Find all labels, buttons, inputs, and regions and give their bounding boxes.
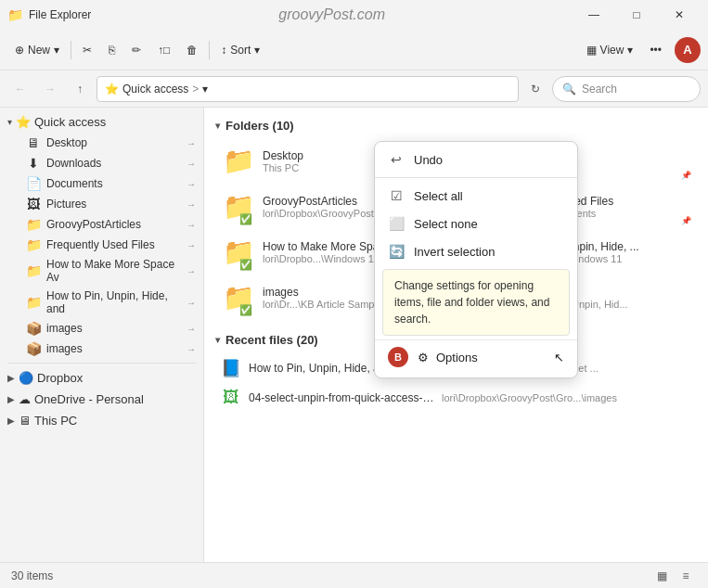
freq-pin: →	[187, 240, 196, 250]
folder-freq-pin: 📌	[681, 216, 691, 225]
sort-button[interactable]: ↕ Sort ▾	[213, 35, 267, 65]
downloads-label: Downloads	[46, 157, 181, 170]
sidebar-item-images1[interactable]: 📦 images →	[0, 318, 203, 339]
cut-button[interactable]: ✂	[75, 35, 99, 65]
new-chevron: ▾	[54, 44, 59, 57]
address-path[interactable]: ⭐ Quick access > ▾	[97, 76, 519, 102]
sidebar-item-space[interactable]: 📁 How to Make More Space Av →	[0, 255, 203, 287]
refresh-button[interactable]: ↻	[522, 76, 548, 102]
status-bar: 30 items ▦ ≡	[0, 562, 708, 588]
new-button[interactable]: ⊕ New ▾	[7, 35, 67, 65]
recent-item-1[interactable]: 🖼 04-select-unpin-from-quick-access-p...…	[215, 384, 697, 411]
desktop-icon: 🖥	[26, 135, 41, 150]
img1-pin: →	[187, 324, 196, 334]
watermark: groovyPost.com	[91, 6, 573, 23]
documents-label: Documents	[46, 177, 181, 190]
view-chevron: ▾	[627, 44, 633, 57]
desktop-pin: →	[187, 138, 196, 148]
menu-select-all[interactable]: ☑ Select all	[375, 182, 577, 210]
share-button[interactable]: ↑□	[150, 35, 177, 65]
view-toggles: ▦ ≡	[650, 566, 697, 586]
sidebar-item-dropbox[interactable]: ▶ 🔵 Dropbox	[0, 367, 203, 389]
groovy-label: GroovyPostArticles	[46, 218, 181, 231]
menu-select-none[interactable]: ⬜ Select none	[375, 210, 577, 237]
path-separator: >	[192, 83, 199, 96]
recent-icon-1: 🖼	[221, 388, 241, 407]
images1-check: ✅	[239, 304, 252, 316]
sidebar-item-onedrive[interactable]: ▶ ☁ OneDrive - Personal	[0, 389, 203, 410]
folder-desktop-path: This PC	[263, 162, 303, 173]
expand-arrow-thispc: ▶	[7, 415, 15, 426]
thispc-icon: 🖥	[19, 414, 31, 428]
path-segment: Quick access	[122, 83, 188, 96]
rename-button[interactable]: ✏	[124, 35, 148, 65]
sidebar-item-freq-used[interactable]: 📁 Frequently Used Files →	[0, 235, 203, 255]
expand-arrow-dropbox: ▶	[7, 373, 15, 383]
maximize-button[interactable]: □	[615, 0, 658, 30]
delete-button[interactable]: 🗑	[179, 35, 205, 65]
view-button[interactable]: ▦ View ▾	[579, 35, 641, 65]
onedrive-icon: ☁	[19, 392, 31, 406]
search-box[interactable]: 🔍 Search	[552, 76, 701, 102]
options-button[interactable]: B ⚙ Options ↖	[375, 339, 577, 374]
close-button[interactable]: ✕	[658, 0, 701, 30]
up-button[interactable]: ↑	[67, 76, 93, 102]
main-layout: ▾ ⭐ Quick access 🖥 Desktop → ⬇ Downloads…	[0, 108, 708, 562]
forward-button[interactable]: →	[37, 76, 63, 102]
copy-icon: ⎘	[109, 44, 115, 57]
sort-chevron: ▾	[254, 44, 260, 57]
path-dropdown-icon: ▾	[202, 83, 208, 96]
path-star-icon: ⭐	[105, 83, 119, 96]
search-icon: 🔍	[562, 83, 576, 96]
more-icon: •••	[650, 44, 662, 57]
thispc-label: This PC	[34, 414, 77, 428]
expand-arrow-onedrive: ▶	[7, 394, 15, 404]
menu-sep1	[375, 177, 577, 178]
quick-access-header[interactable]: ▾ ⭐ Quick access	[0, 111, 203, 133]
badge-a: A	[675, 37, 701, 63]
recent-icon-0: 📘	[221, 358, 241, 378]
sidebar-item-pictures[interactable]: 🖼 Pictures →	[0, 194, 203, 214]
quick-access-label: Quick access	[34, 115, 106, 129]
rename-icon: ✏	[132, 44, 141, 57]
grid-view-button[interactable]: ▦	[650, 566, 673, 586]
sidebar-item-thispc[interactable]: ▶ 🖥 This PC	[0, 410, 203, 431]
sidebar-item-images2[interactable]: 📦 images →	[0, 339, 203, 359]
back-button[interactable]: ←	[7, 76, 33, 102]
sidebar-item-desktop[interactable]: 🖥 Desktop →	[0, 133, 203, 153]
options-label: Options	[436, 351, 478, 364]
img2-label: images	[46, 342, 181, 355]
recent-path-1: lori\Dropbox\GroovyPost\Gro...\images	[442, 392, 617, 403]
downloads-icon: ⬇	[26, 156, 41, 171]
sidebar: ▾ ⭐ Quick access 🖥 Desktop → ⬇ Downloads…	[0, 108, 204, 562]
folders-header: ▾ Folders (10)	[215, 119, 697, 133]
sidebar-item-pin-unpin[interactable]: 📁 How to Pin, Unpin, Hide, and →	[0, 287, 203, 318]
app-icon: 📁	[7, 7, 23, 22]
select-none-label: Select none	[414, 217, 478, 231]
sidebar-item-groovypost[interactable]: 📁 GroovyPostArticles →	[0, 214, 203, 235]
address-bar: ← → ↑ ⭐ Quick access > ▾ ↻ 🔍 Search	[0, 70, 708, 108]
sidebar-item-downloads[interactable]: ⬇ Downloads →	[0, 153, 203, 173]
delete-icon: 🗑	[187, 44, 198, 57]
dropdown-menu[interactable]: ↩ Undo ☑ Select all ⬜ Select none 🔄 Inve…	[374, 141, 578, 378]
recent-title: Recent files (20)	[225, 333, 318, 347]
folder-desktop-info: Desktop This PC 📌	[263, 149, 303, 173]
copy-button[interactable]: ⎘	[101, 35, 122, 65]
search-placeholder: Search	[582, 83, 617, 96]
pictures-icon: 🖼	[26, 197, 41, 211]
more-button[interactable]: •••	[642, 35, 669, 65]
groovy-pin: →	[187, 220, 196, 230]
sidebar-item-documents[interactable]: 📄 Documents →	[0, 173, 203, 194]
menu-invert[interactable]: 🔄 Invert selection	[375, 237, 577, 265]
folder-groovy-path: lori\Dropbox\GroovyPost	[263, 208, 374, 219]
quick-access-star: ⭐	[16, 115, 31, 129]
undo-label: Undo	[414, 153, 443, 167]
item-count: 30 items	[11, 569, 53, 582]
groovy-check: ✅	[239, 213, 252, 225]
select-all-icon: ☑	[388, 188, 405, 203]
menu-undo[interactable]: ↩ Undo	[375, 146, 577, 173]
folder-groovy-info: GroovyPostArticles lori\Dropbox\GroovyPo…	[263, 195, 374, 219]
minimize-button[interactable]: —	[573, 0, 615, 30]
dropbox-label: Dropbox	[37, 371, 83, 385]
list-view-button[interactable]: ≡	[675, 566, 697, 586]
